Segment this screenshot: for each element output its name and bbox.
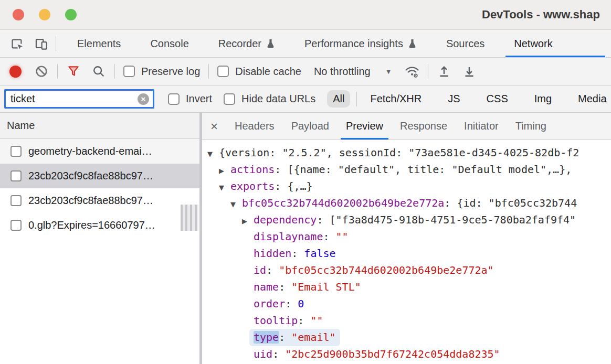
request-name: 23cb203cf9c8fae88bc97…: [28, 170, 153, 182]
resource-filter-all[interactable]: All: [327, 90, 350, 108]
clear-network-log-icon[interactable]: [34, 64, 49, 79]
main-tab-strip: ElementsConsoleRecorderPerformance insig…: [56, 30, 567, 57]
json-plain: : {,…}: [275, 180, 312, 192]
resource-filter-img[interactable]: Img: [529, 90, 557, 108]
network-conditions-icon[interactable]: [405, 64, 419, 79]
tree-line[interactable]: tooltip: "": [202, 312, 611, 329]
tree-line[interactable]: ▼{version: "2.5.2", sessionId: "73ae581e…: [202, 144, 611, 161]
throttling-value: No throttling: [314, 66, 371, 78]
hide-data-urls-toggle[interactable]: Hide data URLs: [224, 93, 315, 105]
request-name: geometry-backend-emai…: [28, 145, 152, 157]
json-key: id: [254, 264, 266, 276]
throttling-dropdown[interactable]: No throttling ▼: [314, 66, 392, 78]
detail-tab-response[interactable]: Response: [392, 113, 456, 140]
disclosure-arrow[interactable]: ▼: [230, 196, 242, 213]
close-window-button[interactable]: [13, 9, 24, 20]
hide-data-urls-label: Hide data URLs: [241, 93, 315, 105]
tab-sources[interactable]: Sources: [446, 30, 484, 57]
json-key: uid: [254, 348, 272, 360]
scrollbar-stripes: [181, 205, 198, 231]
disclosure-arrow[interactable]: ▼: [219, 179, 230, 196]
tree-line[interactable]: order: 0: [202, 295, 611, 312]
table-row[interactable]: 23cb203cf9c8fae88bc97…: [0, 188, 199, 213]
filter-input[interactable]: [10, 93, 135, 105]
detail-tab-payload[interactable]: Payload: [283, 113, 338, 140]
resource-filter-fetchxhr[interactable]: Fetch/XHR: [364, 90, 427, 108]
json-string: "email": [291, 331, 335, 344]
inspect-element-button[interactable]: [7, 34, 26, 53]
json-key: type: [254, 331, 279, 344]
resource-filter-js[interactable]: JS: [442, 90, 466, 108]
export-har-icon[interactable]: [462, 64, 477, 79]
request-name: 0.glb?Expires=16660797…: [28, 219, 155, 231]
json-string: "": [336, 230, 349, 243]
json-key: order: [254, 297, 285, 310]
request-list: geometry-backend-emai…23cb203cf9c8fae88b…: [0, 139, 199, 238]
tree-line[interactable]: ▶actions: [{name: "default", title: "Def…: [202, 161, 611, 178]
tab-elements[interactable]: Elements: [77, 30, 121, 57]
disclosure-arrow[interactable]: ▶: [219, 163, 230, 179]
request-name: 23cb203cf9c8fae88bc97…: [28, 195, 153, 207]
json-string: "2bc25d900b35bd7f67242c054dda8235": [285, 348, 500, 360]
window-title: DevTools - www.shap: [482, 8, 600, 22]
disable-cache-label: Disable cache: [235, 66, 301, 78]
disclosure-arrow[interactable]: ▶: [242, 213, 254, 230]
json-key: dependency: [254, 213, 317, 226]
json-plain: :: [279, 281, 291, 293]
minimize-window-button[interactable]: [39, 9, 50, 20]
tab-recorder[interactable]: Recorder: [218, 30, 275, 57]
request-checkbox[interactable]: [10, 170, 22, 181]
tree-line[interactable]: name: "Email STL": [202, 279, 611, 295]
hide-data-urls-checkbox: [224, 93, 235, 105]
tree-line[interactable]: ▼exports: {,…}: [202, 178, 611, 195]
request-checkbox[interactable]: [10, 220, 22, 231]
table-row[interactable]: geometry-backend-emai…: [0, 139, 199, 164]
preserve-log-toggle[interactable]: Preserve log: [123, 66, 200, 78]
detail-tab-initiator[interactable]: Initiator: [456, 113, 507, 140]
detail-tab-preview[interactable]: Preview: [338, 113, 392, 140]
invert-toggle[interactable]: Invert: [168, 93, 212, 105]
table-row[interactable]: 23cb203cf9c8fae88bc97…: [0, 164, 199, 188]
filter-funnel-icon[interactable]: [66, 64, 81, 79]
json-key: hidden: [254, 247, 291, 260]
tab-performance-insights[interactable]: Performance insights: [304, 30, 417, 57]
import-har-icon[interactable]: [437, 64, 451, 79]
tab-label: Recorder: [218, 38, 261, 50]
name-column-header[interactable]: Name: [0, 113, 199, 139]
search-icon[interactable]: [91, 64, 106, 79]
tree-line[interactable]: hidden: false: [202, 245, 611, 262]
tree-line[interactable]: displayname: "": [202, 228, 611, 245]
tree-line[interactable]: id: "bfc05cc32b744d602002b649be2e772a": [202, 262, 611, 279]
disable-cache-checkbox: [217, 66, 229, 77]
clear-filter-icon[interactable]: ×: [138, 93, 149, 105]
resource-filter-css[interactable]: CSS: [481, 90, 514, 108]
zoom-window-button[interactable]: [65, 9, 77, 20]
tab-console[interactable]: Console: [150, 30, 188, 57]
tree-line[interactable]: ▶dependency: ["f3a8d475-918b-4751-9ce5-7…: [202, 211, 611, 228]
tree-line[interactable]: type: "email": [202, 329, 611, 346]
inspect-cursor-icon: [10, 37, 24, 51]
toggle-device-toolbar-button[interactable]: [31, 34, 50, 53]
request-checkbox[interactable]: [10, 195, 22, 206]
close-icon[interactable]: ×: [210, 120, 218, 133]
preserve-log-label: Preserve log: [141, 66, 200, 78]
network-filterbar: × Invert Hide data URLs All Fetch/XHRJSC…: [0, 85, 611, 113]
preserve-log-checkbox: [123, 66, 135, 77]
json-plain: : {id: "bfc05cc32b744: [444, 197, 577, 209]
detail-tab-timing[interactable]: Timing: [507, 113, 555, 140]
record-network-log-icon[interactable]: [9, 66, 22, 78]
json-string: "Email STL": [291, 281, 361, 293]
tab-label: Network: [514, 38, 552, 50]
json-literal: false: [304, 247, 335, 260]
tree-line[interactable]: ▼bfc05cc32b744d602002b649be2e772a: {id: …: [202, 195, 611, 211]
table-row[interactable]: 0.glb?Expires=16660797…: [0, 213, 199, 238]
disable-cache-toggle[interactable]: Disable cache: [217, 66, 301, 78]
request-checkbox[interactable]: [10, 146, 22, 157]
tab-network[interactable]: Network: [514, 30, 552, 57]
tab-label: Console: [150, 38, 188, 50]
resource-filter-media[interactable]: Media: [572, 90, 611, 108]
detail-tab-headers[interactable]: Headers: [226, 113, 283, 140]
invert-checkbox: [168, 93, 180, 105]
disclosure-arrow[interactable]: ▼: [207, 146, 219, 163]
tree-line[interactable]: uid: "2bc25d900b35bd7f67242c054dda8235": [202, 346, 611, 362]
